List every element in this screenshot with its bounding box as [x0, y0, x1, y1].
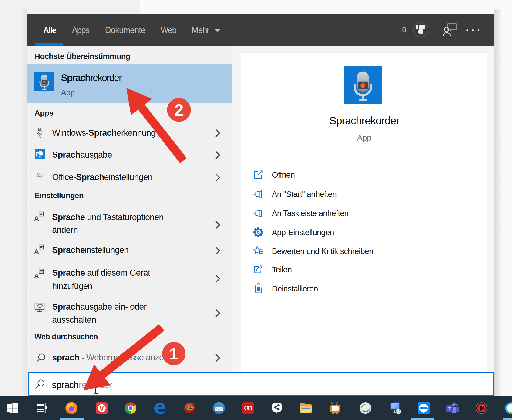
svg-text:1: 1 [170, 345, 178, 363]
svg-text:2: 2 [175, 101, 184, 119]
